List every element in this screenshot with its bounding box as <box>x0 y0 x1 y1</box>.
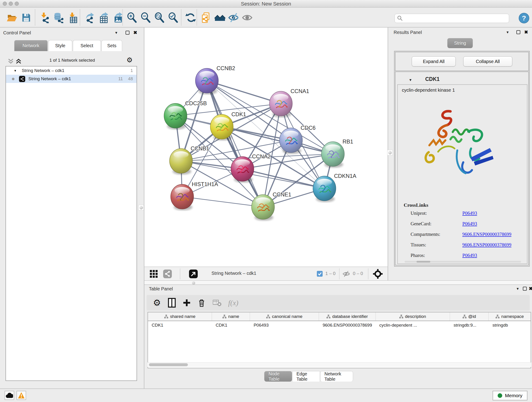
table-row[interactable]: CDK1 CDK1 P06493 9606.ENSP00000378699 cy… <box>148 321 531 329</box>
network-collection-row[interactable]: ▼ String Network – cdk1 1 <box>6 66 137 75</box>
network-node-RB1[interactable]: RB1 <box>322 138 353 168</box>
results-scrollbar-track[interactable] <box>405 261 521 263</box>
crosslink-link[interactable]: P06493 <box>462 221 477 227</box>
table-header-cell[interactable]: canonical name <box>250 313 319 321</box>
network-node-CDC6[interactable]: CDC6 <box>279 125 316 154</box>
import-table-file-button[interactable] <box>66 11 79 25</box>
control-panel-menu-button[interactable]: ▼ <box>114 31 118 35</box>
hidden-eye-button[interactable] <box>342 270 350 279</box>
divider-handle-icon <box>139 206 143 210</box>
network-node-CDC25B[interactable]: CDC25B <box>164 100 207 129</box>
table-hscrollbar-thumb[interactable] <box>149 363 188 366</box>
zoom-fit-button[interactable] <box>153 11 166 25</box>
view-share-button[interactable] <box>163 269 172 278</box>
hidden-eye-icon <box>342 270 350 278</box>
tab-select[interactable]: Select <box>73 40 101 51</box>
table-header-cell[interactable]: shared name <box>148 313 212 321</box>
open-in-window-button[interactable] <box>189 269 198 278</box>
table-panel-title: Table Panel <box>149 286 173 292</box>
zoom-selected-button[interactable] <box>167 11 180 25</box>
network-node-CCNA1[interactable]: CCNA1 <box>269 88 309 117</box>
birdseye-view-button[interactable] <box>373 269 383 279</box>
import-network-database-button[interactable] <box>52 11 65 25</box>
delete-column-button[interactable] <box>197 298 206 307</box>
tab-string[interactable]: String <box>447 38 473 48</box>
delete-table-button[interactable] <box>213 299 221 307</box>
crosslink-label: Uniprot: <box>411 211 427 216</box>
network-edge-HIST1H1A-CCNE1[interactable] <box>182 197 263 207</box>
network-canvas[interactable]: CCNB2CCNA1CDC25BCDK1CDC6RB1CCNB1CCNA2CDK… <box>144 27 388 267</box>
crosslink-link[interactable]: P06493 <box>462 253 477 258</box>
right-divider-handle[interactable] <box>387 150 393 155</box>
network-edge-CCNA2-CDKN1A[interactable] <box>242 169 324 188</box>
network-node-CCNB2[interactable]: CCNB2 <box>196 65 235 95</box>
network-edge-CCNB2-CCNE1[interactable] <box>207 81 263 207</box>
tab-node-table[interactable]: Node Table <box>264 371 292 382</box>
show-columns-button[interactable] <box>168 298 176 307</box>
show-all-button[interactable] <box>241 11 254 25</box>
table-gear-button[interactable]: ⚙ <box>153 298 161 308</box>
zoom-in-button[interactable] <box>126 11 138 25</box>
zoom-out-button[interactable] <box>139 11 152 25</box>
warning-status-button[interactable] <box>17 391 26 400</box>
table-hscrollbar[interactable] <box>147 362 531 367</box>
table-header-cell[interactable]: description <box>376 313 450 321</box>
left-divider-handle[interactable] <box>138 205 144 211</box>
tab-network[interactable]: Network <box>14 40 48 51</box>
control-panel-float-button[interactable] <box>126 31 129 35</box>
network-snapshot-button[interactable] <box>200 11 213 25</box>
refresh-view-button[interactable] <box>184 11 197 25</box>
results-scrollbar-thumb[interactable] <box>417 261 430 263</box>
toolbar-separator <box>122 9 123 26</box>
cloud-status-button[interactable] <box>5 391 14 400</box>
tab-style[interactable]: Style <box>48 40 72 51</box>
results-panel-title: Results Panel <box>394 30 422 35</box>
open-session-button[interactable] <box>6 11 18 25</box>
hide-selected-button[interactable] <box>227 11 240 25</box>
table-header-cell[interactable]: @id <box>450 313 489 321</box>
expand-all-button[interactable]: Expand All <box>412 56 456 66</box>
crosslink-link[interactable]: 9606.ENSP00000378699 <box>462 242 511 248</box>
network-node-CDK1[interactable]: CDK1 <box>210 111 246 140</box>
add-column-button[interactable] <box>183 299 191 307</box>
protein-structure-image <box>416 104 494 187</box>
results-panel-close-button[interactable]: ✖ <box>524 29 528 35</box>
table-panel-float-button[interactable] <box>523 287 527 291</box>
control-panel-close-button[interactable]: ✖ <box>133 30 137 35</box>
app-window: Session: New Session <box>0 0 532 402</box>
table-header-cell[interactable]: database identifier <box>319 313 375 321</box>
tab-edge-table[interactable]: Edge Table <box>292 371 320 382</box>
network-selection-status: 1 of 1 Network selected <box>0 58 144 63</box>
table-header-cell[interactable]: namespace <box>489 313 531 321</box>
selected-checkbox[interactable] <box>317 271 323 278</box>
network-row[interactable]: String Network – cdk1 11 48 <box>6 75 137 83</box>
function-builder-button[interactable]: f(x) <box>228 299 238 307</box>
grid-mode-button[interactable] <box>150 270 158 278</box>
tab-sets[interactable]: Sets <box>101 40 122 51</box>
collection-expand-icon[interactable]: ▼ <box>14 69 17 72</box>
export-network-button[interactable] <box>83 11 96 25</box>
panel-divider-horizontal[interactable] <box>144 280 532 285</box>
memory-button[interactable]: Memory <box>493 391 527 400</box>
results-panel-float-button[interactable] <box>516 30 520 34</box>
import-network-file-button[interactable] <box>38 11 51 25</box>
network-node-HIST1H1A[interactable]: HIST1H1A <box>171 181 218 211</box>
network-node-CDKN1A[interactable]: CDKN1A <box>313 173 356 202</box>
crosslink-link[interactable]: P06493 <box>462 211 477 216</box>
tab-network-table[interactable]: Network Table <box>320 371 353 382</box>
help-button[interactable]: ? <box>519 13 529 23</box>
table-panel-menu-button[interactable]: ▼ <box>516 287 519 291</box>
search-input[interactable] <box>405 16 509 21</box>
gear-icon[interactable]: ⚙ <box>127 56 133 64</box>
divider-handle-icon[interactable] <box>192 281 195 285</box>
crosslink-link[interactable]: 9606.ENSP00000378699 <box>462 231 511 237</box>
protein-collapse-icon[interactable]: ▼ <box>409 78 412 82</box>
results-panel-menu-button[interactable]: ▼ <box>506 30 509 34</box>
save-session-button[interactable] <box>20 11 32 25</box>
toolbar-separator <box>80 9 80 26</box>
first-neighbors-button[interactable] <box>214 11 226 25</box>
collapse-all-button[interactable]: Collapse All <box>463 56 512 66</box>
table-panel-close-button[interactable]: ✖ <box>529 286 532 291</box>
table-header-cell[interactable]: name <box>212 313 250 321</box>
export-table-button[interactable] <box>97 11 110 25</box>
